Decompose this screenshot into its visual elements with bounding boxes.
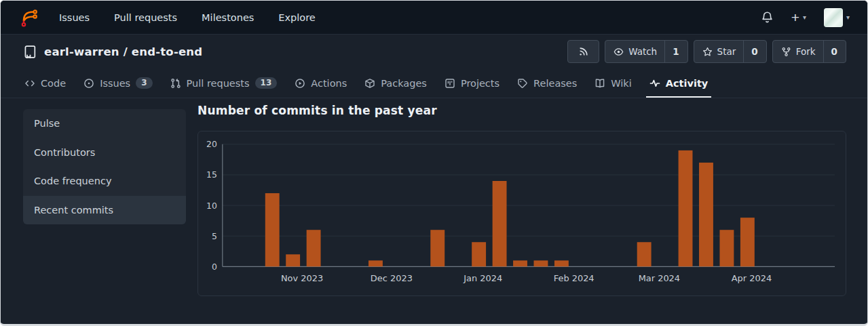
tag-icon — [517, 78, 528, 89]
nav-link-explore[interactable]: Explore — [278, 12, 315, 23]
svg-text:10: 10 — [206, 201, 217, 211]
play-circle-icon — [295, 78, 305, 89]
tab-label: Issues — [100, 78, 130, 89]
create-new-button[interactable]: + ▾ — [791, 10, 806, 24]
sidebar-item-pulse[interactable]: Pulse — [23, 109, 186, 138]
rss-icon — [578, 47, 588, 57]
activity-side-menu: Pulse Contributors Code frequency Recent… — [23, 109, 186, 224]
svg-text:Feb 2024: Feb 2024 — [554, 273, 595, 283]
tab-label: Actions — [311, 78, 347, 89]
repo-action-buttons: Watch 1 Star 0 Fo — [567, 40, 846, 63]
svg-text:Jan 2024: Jan 2024 — [463, 273, 502, 283]
chevron-down-icon: ▾ — [803, 14, 806, 21]
star-label: Star — [717, 46, 736, 57]
tab-activity[interactable]: Activity — [642, 68, 716, 98]
repo-title: earl-warren / end-to-end — [23, 45, 202, 59]
chart-title: Number of commits in the past year — [197, 104, 846, 117]
book-icon — [595, 78, 605, 89]
navbar-links: Issues Pull requests Milestones Explore — [59, 12, 316, 23]
pull-requests-count-badge: 13 — [255, 77, 278, 89]
tab-pull-requests[interactable]: Pull requests 13 — [163, 68, 285, 98]
repo-tab-bar: Code Issues 3 Pull requests 13 Actions — [1, 68, 867, 98]
app-window: Issues Pull requests Milestones Explore … — [0, 0, 868, 326]
nav-link-issues[interactable]: Issues — [59, 12, 90, 23]
star-button[interactable]: Star 0 — [694, 40, 767, 63]
fork-label: Fork — [796, 46, 816, 57]
rss-feed-button[interactable] — [567, 40, 599, 63]
project-icon — [445, 78, 455, 89]
star-icon — [702, 47, 713, 57]
recent-commits-main: Number of commits in the past year 05101… — [197, 104, 846, 296]
issues-count-badge: 3 — [136, 77, 152, 89]
git-fork-icon — [781, 47, 791, 57]
svg-text:0: 0 — [212, 262, 217, 272]
tab-label: Activity — [666, 78, 709, 89]
tab-label: Packages — [381, 78, 427, 89]
svg-text:Apr 2024: Apr 2024 — [732, 273, 772, 283]
tab-label: Releases — [533, 78, 577, 89]
watch-count[interactable]: 1 — [664, 41, 679, 62]
svg-text:Nov 2023: Nov 2023 — [281, 273, 323, 283]
svg-text:15: 15 — [206, 169, 217, 180]
repo-full-name[interactable]: earl-warren / end-to-end — [44, 45, 202, 58]
tab-code[interactable]: Code — [17, 68, 73, 98]
activity-content: Pulse Contributors Code frequency Recent… — [1, 98, 867, 296]
plus-icon: + — [791, 10, 799, 24]
tab-label: Projects — [461, 78, 499, 89]
notifications-bell-button[interactable] — [761, 11, 774, 24]
chevron-down-icon: ▾ — [846, 14, 850, 21]
top-navbar: Issues Pull requests Milestones Explore … — [1, 1, 867, 35]
watch-label: Watch — [628, 46, 657, 57]
issue-opened-icon — [83, 78, 94, 89]
sidebar-item-code-frequency[interactable]: Code frequency — [23, 167, 186, 196]
tab-projects[interactable]: Projects — [437, 68, 507, 98]
svg-text:Mar 2024: Mar 2024 — [639, 273, 680, 283]
package-icon — [364, 78, 375, 89]
sidebar-item-contributors[interactable]: Contributors — [23, 138, 186, 167]
tab-wiki[interactable]: Wiki — [587, 68, 639, 98]
star-count[interactable]: 0 — [743, 41, 757, 62]
sidebar-item-recent-commits[interactable]: Recent commits — [23, 196, 186, 225]
fork-button[interactable]: Fork 0 — [772, 40, 846, 63]
repo-header: earl-warren / end-to-end Watch 1 — [1, 35, 867, 68]
user-menu-button[interactable]: ▾ — [824, 8, 850, 27]
user-avatar — [824, 8, 843, 27]
svg-text:Dec 2023: Dec 2023 — [371, 273, 413, 283]
commits-chart-svg: 05101520Nov 2023Dec 2023Jan 2024Feb 2024… — [198, 131, 846, 296]
navbar-right-controls: + ▾ ▾ — [761, 8, 850, 27]
bell-icon — [761, 11, 774, 24]
git-pull-request-icon — [170, 78, 181, 89]
tab-packages[interactable]: Packages — [357, 68, 434, 98]
tab-label: Wiki — [611, 78, 631, 89]
pulse-icon — [649, 78, 660, 89]
nav-link-milestones[interactable]: Milestones — [202, 12, 254, 23]
watch-button[interactable]: Watch 1 — [605, 40, 687, 63]
nav-link-pull-requests[interactable]: Pull requests — [114, 12, 177, 23]
tab-releases[interactable]: Releases — [510, 68, 584, 98]
tab-issues[interactable]: Issues 3 — [76, 68, 159, 98]
tab-actions[interactable]: Actions — [287, 68, 354, 98]
eye-icon — [614, 47, 624, 57]
repo-icon — [23, 45, 37, 59]
code-icon — [24, 78, 35, 89]
tab-label: Code — [41, 78, 66, 89]
forgejo-logo-icon[interactable] — [18, 7, 39, 28]
tab-label: Pull requests — [187, 78, 250, 89]
svg-text:20: 20 — [206, 139, 217, 149]
commits-chart-panel: 05101520Nov 2023Dec 2023Jan 2024Feb 2024… — [197, 131, 846, 296]
svg-text:5: 5 — [212, 231, 217, 241]
fork-count[interactable]: 0 — [823, 41, 837, 62]
